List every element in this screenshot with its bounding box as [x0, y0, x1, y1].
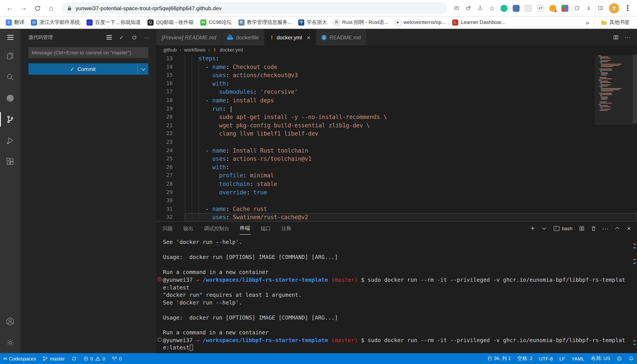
breadcrumb-item[interactable]: .github	[162, 47, 177, 53]
code-line[interactable]: 15 uses: actions/checkout@v3	[156, 71, 637, 80]
codespaces-indicator[interactable]: >< Codespaces	[0, 353, 39, 364]
search-icon[interactable]	[0, 66, 20, 88]
breadcrumb-item[interactable]: workflows	[184, 47, 206, 53]
code-line[interactable]: 25 uses: actions-rs/toolchain@v1	[156, 155, 637, 163]
maximize-panel-icon[interactable]	[614, 227, 620, 230]
terminal-output[interactable]: See 'docker run --help'.Usage: docker ru…	[156, 235, 637, 353]
editor-tab[interactable]: !docker.yml×	[264, 29, 316, 45]
code-line[interactable]: 13 steps:	[156, 54, 637, 63]
panel-tab[interactable]: 问题	[162, 222, 173, 234]
code-editor[interactable]: 13 steps:14 - name: Checkout code15 uses…	[156, 54, 637, 221]
source-control-icon[interactable]	[0, 109, 20, 130]
bookmark-star-icon[interactable]: ☆	[487, 3, 497, 14]
github-icon[interactable]	[0, 88, 20, 108]
code-line[interactable]: 32 uses: Swatinem/rust-cache@v2	[156, 213, 637, 221]
reload-button[interactable]	[31, 2, 44, 14]
settings-gear-icon[interactable]	[0, 332, 20, 353]
indentation-setting[interactable]: 空格: 2	[514, 353, 536, 364]
commit-button-main[interactable]: ✓Commit	[28, 63, 137, 74]
editor-tab[interactable]: [Preview] README.md	[156, 29, 222, 45]
run-debug-icon[interactable]	[0, 130, 20, 151]
panel-more-icon[interactable]: ···	[602, 225, 608, 232]
more-actions-icon[interactable]: ···	[143, 34, 150, 40]
split-terminal-icon[interactable]	[578, 226, 585, 231]
bookmark-item[interactable]: ∴百度一下，你就知道	[83, 18, 144, 27]
editor-tab[interactable]: iREADME.md	[316, 29, 367, 45]
code-line[interactable]: 29 override: true	[156, 188, 637, 196]
ports-indicator[interactable]: 0	[108, 353, 125, 364]
breadcrumb-item[interactable]: docker.yml	[220, 47, 243, 53]
code-line[interactable]: 16 with:	[156, 80, 637, 88]
scrollbar-thumb[interactable]	[633, 54, 637, 124]
share-icon[interactable]	[475, 3, 486, 14]
bookmark-item[interactable]: LLearner Dashboar...	[449, 18, 509, 27]
address-bar[interactable]: yunwei37-potential-space-trout-rpr5qwj66…	[62, 2, 447, 14]
bookmark-item[interactable]: 教教学管理信息服务...	[235, 18, 295, 27]
cursor-position[interactable]: 行 36, 列 1	[484, 353, 514, 364]
problems-indicator[interactable]: 0 0	[80, 353, 108, 364]
downloads-icon[interactable]	[583, 3, 594, 14]
explorer-icon[interactable]	[0, 46, 20, 66]
terminal-tab-bash[interactable]: > bash	[553, 226, 573, 231]
code-line[interactable]: 27 profile: minimal	[156, 172, 637, 180]
split-editor-icon[interactable]	[613, 34, 619, 40]
editor-tab[interactable]: dockerfile	[222, 29, 264, 45]
minimap-slider[interactable]	[595, 55, 634, 125]
panel-tab[interactable]: 调试控制台	[204, 222, 230, 234]
eol-setting[interactable]: LF	[556, 353, 568, 364]
close-panel-icon[interactable]: ×	[626, 225, 632, 232]
language-mode[interactable]: YAML	[568, 353, 588, 364]
extension-shield-icon[interactable]	[513, 5, 519, 12]
feedback-icon[interactable]	[613, 353, 625, 364]
commit-message-input[interactable]	[28, 47, 148, 58]
bookmark-item[interactable]: QQQ邮箱 - 收件箱	[144, 18, 197, 27]
extension-notes-icon[interactable]	[525, 5, 532, 12]
other-bookmarks-folder[interactable]: 其他书签	[598, 18, 633, 27]
bookmark-item[interactable]: 学学在浙大	[295, 18, 330, 27]
panel-tab[interactable]: 注释	[281, 222, 292, 234]
code-line[interactable]: 24 - name: Install Rust toolchain	[156, 146, 637, 155]
close-icon[interactable]: ×	[307, 34, 310, 41]
open-in-window-icon[interactable]	[463, 3, 474, 14]
menu-button[interactable]	[0, 29, 20, 45]
home-button[interactable]: ⌂	[45, 2, 58, 14]
kill-terminal-icon[interactable]	[590, 226, 597, 231]
panel-tab[interactable]: 输出	[183, 222, 194, 234]
side-panel-icon[interactable]	[595, 3, 606, 14]
extension-grid-icon[interactable]	[561, 5, 568, 12]
code-line[interactable]: 23	[156, 138, 637, 146]
terminal-dropdown-icon[interactable]	[541, 227, 548, 230]
code-line[interactable]: 14 - name: Checkout code	[156, 63, 637, 71]
extension-languagetool-icon[interactable]: LT	[537, 5, 544, 12]
code-line[interactable]: 18 - name: install deps	[156, 96, 637, 104]
reading-list-icon[interactable]	[451, 3, 462, 14]
extensions-icon[interactable]	[0, 151, 20, 172]
code-line[interactable]: 22 clang llvm libelf1 libelf-dev	[156, 130, 637, 138]
code-line[interactable]: 26 with:	[156, 163, 637, 172]
keyboard-layout[interactable]: 布局: US	[588, 353, 613, 364]
extension-grammarly-icon[interactable]	[500, 5, 507, 12]
editor-more-icon[interactable]: ···	[624, 34, 631, 40]
code-line[interactable]: 31 - name: Cache rust	[156, 205, 637, 213]
code-line[interactable]: 28 toolchain: stable	[156, 180, 637, 188]
panel-tab[interactable]: 端口	[260, 222, 271, 234]
commit-check-icon[interactable]: ✓	[118, 34, 125, 40]
bookmark-item[interactable]: RRust 招聘 - Rust语...	[330, 18, 392, 27]
bookmark-item[interactable]: ●weloveinterns/op...	[392, 18, 449, 27]
profile-avatar[interactable]: Y	[609, 3, 619, 13]
bookmark-item[interactable]: 文翻译	[3, 18, 28, 27]
panel-tab[interactable]: 终端	[239, 222, 250, 235]
browser-menu-icon[interactable]	[622, 3, 633, 14]
puzzle-extensions-icon[interactable]	[572, 3, 582, 14]
view-as-list-icon[interactable]	[106, 34, 112, 40]
refresh-icon[interactable]	[131, 34, 137, 40]
new-terminal-icon[interactable]: +	[529, 224, 536, 232]
code-line[interactable]: 30	[156, 196, 637, 205]
branch-indicator[interactable]: master	[39, 353, 68, 364]
minimap[interactable]	[596, 55, 632, 111]
commit-dropdown[interactable]	[137, 63, 148, 74]
editor-scrollbar[interactable]	[633, 54, 637, 221]
encoding-setting[interactable]: UTF-8	[536, 353, 556, 364]
bookmarks-overflow-chevron[interactable]: »	[584, 19, 591, 26]
account-icon[interactable]	[0, 311, 20, 332]
